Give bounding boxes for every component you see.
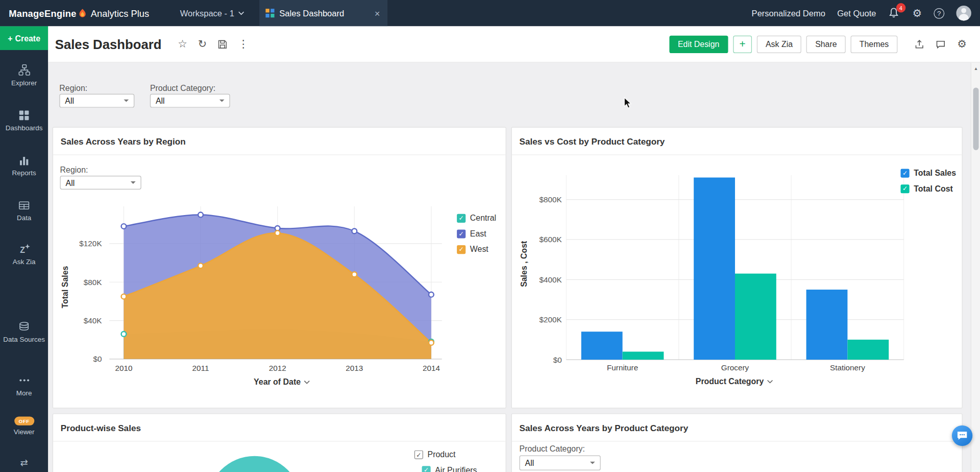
help-icon[interactable]: ? <box>934 8 944 18</box>
app: ManageEngine Analytics Plus Workspace - … <box>0 0 980 472</box>
workspace-selector[interactable]: Workspace - 1 <box>180 0 244 26</box>
legend-item-air-purifiers[interactable]: Air Purifiers <box>422 465 477 472</box>
tab-close-icon[interactable]: × <box>373 8 381 18</box>
card-title: Product-wise Sales <box>61 422 141 433</box>
x-axis-label[interactable]: Year of Date <box>226 377 338 386</box>
card4-category-dropdown[interactable]: All <box>520 455 601 470</box>
personalized-demo-link[interactable]: Personalized Demo <box>752 9 825 18</box>
edit-design-button[interactable]: Edit Design <box>669 35 728 53</box>
sidebar-item-data-sources[interactable]: Data Sources <box>0 320 48 343</box>
scrollbar-thumb[interactable] <box>973 87 978 150</box>
chevron-down-icon <box>124 100 129 105</box>
mouse-cursor <box>624 97 632 109</box>
bar-chart[interactable]: $0$200K$400K$600K$800KFurnitureGrocerySt… <box>516 167 953 376</box>
card-title: Sales Across Years by Region <box>61 136 186 146</box>
create-button[interactable]: + Create <box>0 26 48 50</box>
sidebar-item-ask-zia[interactable]: Z Ask Zia <box>0 243 48 266</box>
x-axis-label[interactable]: Product Category <box>678 376 791 386</box>
themes-button[interactable]: Themes <box>851 35 898 53</box>
category-filter-label: Product Category: <box>150 83 215 92</box>
chevron-down-icon <box>131 181 136 186</box>
checkbox-icon[interactable] <box>422 466 431 472</box>
sidebar-item-explorer[interactable]: Explorer <box>0 64 48 87</box>
legend-item-central[interactable]: Central <box>457 214 496 223</box>
svg-text:$200K: $200K <box>540 315 562 324</box>
sidebar-collapse-icon[interactable]: ⇄ <box>0 457 48 468</box>
chat-support-fab[interactable] <box>952 426 972 446</box>
chevron-down-icon <box>219 100 225 105</box>
svg-text:$80K: $80K <box>84 278 103 287</box>
brand-logo[interactable]: ManageEngine Analytics Plus <box>9 0 149 26</box>
chevron-down-icon <box>590 462 595 467</box>
sidebar-item-reports[interactable]: Reports <box>0 154 48 177</box>
bar-chart-legend: Total Sales Total Cost <box>900 168 956 193</box>
viewer-mode-toggle[interactable]: OFF Viewer <box>0 417 48 436</box>
svg-text:$400K: $400K <box>540 275 562 284</box>
chevron-down-icon <box>767 380 773 383</box>
card-sales-across-years-by-region: Sales Across Years by Region Region: All… <box>53 127 506 409</box>
vertical-scrollbar[interactable]: ▲ <box>971 62 980 472</box>
settings-gear-icon[interactable]: ⚙ <box>912 8 922 18</box>
more-dots-icon <box>0 374 48 386</box>
sidebar-item-data[interactable]: Data <box>0 199 48 222</box>
export-icon[interactable] <box>911 36 927 52</box>
card-title: Sales vs Cost by Product Category <box>520 136 665 146</box>
page-title: Sales Dashboard <box>55 37 162 52</box>
card-sales-by-product-category: Sales Across Years by Product Category P… <box>511 413 963 472</box>
save-icon[interactable] <box>217 39 228 50</box>
legend-item-east[interactable]: East <box>457 229 496 238</box>
tab-sales-dashboard[interactable]: Sales Dashboard × <box>259 0 387 26</box>
ask-zia-icon: Z <box>0 243 48 255</box>
card1-region-label: Region: <box>60 165 88 174</box>
dashboard-tab-icon <box>265 9 274 17</box>
svg-text:2011: 2011 <box>192 364 209 372</box>
data-table-icon <box>0 199 48 211</box>
comments-icon[interactable] <box>933 36 949 52</box>
add-report-button[interactable]: + <box>733 35 752 53</box>
refresh-icon[interactable]: ↻ <box>198 39 207 50</box>
checkbox-icon[interactable] <box>457 245 465 253</box>
pie-chart-legend: Product Air Purifiers <box>414 450 477 472</box>
checkbox-icon[interactable] <box>457 214 465 222</box>
legend-item-west[interactable]: West <box>457 245 496 254</box>
favorite-star-icon[interactable]: ☆ <box>178 39 187 50</box>
viewer-toggle-pill[interactable]: OFF <box>14 417 34 426</box>
svg-text:$600K: $600K <box>540 235 562 244</box>
legend-item-product[interactable]: Product <box>414 450 477 459</box>
card1-region-dropdown[interactable]: All <box>60 176 141 190</box>
kebab-menu-icon[interactable]: ⋮ <box>238 39 249 50</box>
sidebar-item-more[interactable]: More <box>0 374 48 397</box>
svg-text:2013: 2013 <box>346 364 363 372</box>
chevron-down-icon <box>304 380 310 384</box>
data-sources-icon <box>0 320 48 333</box>
checkbox-icon[interactable] <box>900 169 909 177</box>
pie-chart[interactable] <box>208 456 302 472</box>
checkbox-icon[interactable] <box>414 450 423 459</box>
scroll-up-arrow-icon[interactable]: ▲ <box>971 66 980 71</box>
share-button[interactable]: Share <box>806 35 846 53</box>
svg-text:$0: $0 <box>93 355 102 363</box>
chevron-down-icon <box>238 11 244 15</box>
header-quick-icons: ☆ ↻ ⋮ <box>178 39 249 50</box>
notifications-bell-icon[interactable]: 4 <box>888 7 900 19</box>
user-avatar[interactable] <box>956 6 971 20</box>
checkbox-icon[interactable] <box>457 229 465 238</box>
dashboard-content: Region: All Product Category: All Sales … <box>48 62 980 472</box>
dashboard-settings-gear-icon[interactable]: ⚙ <box>954 36 970 52</box>
get-quote-link[interactable]: Get Quote <box>837 9 876 18</box>
explorer-icon <box>0 64 48 76</box>
card4-category-label: Product Category: <box>520 444 585 453</box>
notification-count-badge: 4 <box>896 3 905 12</box>
brand-analytics-plus: Analytics Plus <box>91 8 149 18</box>
checkbox-icon[interactable] <box>900 184 909 193</box>
legend-item-total-cost[interactable]: Total Cost <box>900 184 956 193</box>
category-filter-dropdown[interactable]: All <box>150 94 230 108</box>
top-bar: ManageEngine Analytics Plus Workspace - … <box>0 0 980 26</box>
ask-zia-button[interactable]: Ask Zia <box>757 35 801 53</box>
region-filter-dropdown[interactable]: All <box>59 94 134 108</box>
svg-text:$40K: $40K <box>84 316 103 325</box>
area-chart[interactable]: $0$40K$80K$120K20102011201220132014 <box>57 198 457 404</box>
legend-item-total-sales[interactable]: Total Sales <box>900 168 956 177</box>
sidebar-item-dashboards[interactable]: Dashboards <box>0 109 48 132</box>
svg-text:$120K: $120K <box>79 239 102 248</box>
